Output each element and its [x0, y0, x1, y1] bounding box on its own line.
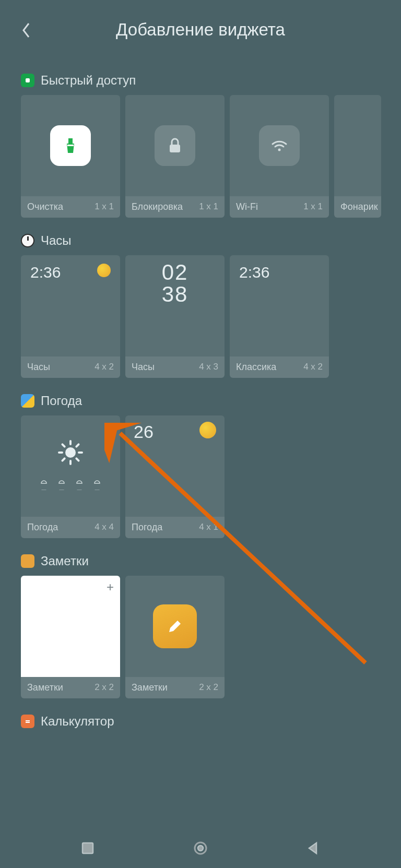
card-preview: 2:36 [230, 255, 329, 356]
card-footer: Часы 4 x 3 [125, 356, 225, 378]
sun-icon [199, 422, 216, 438]
svg-point-3 [278, 149, 281, 151]
clean-icon [50, 125, 91, 166]
card-label: Погода [132, 522, 162, 533]
card-size: 4 x 2 [303, 362, 323, 373]
temperature: 26 [134, 422, 154, 442]
nav-recents-button[interactable] [76, 837, 99, 860]
notes-icon [21, 554, 34, 568]
section-header: Быстрый доступ [21, 73, 380, 88]
widget-card-clock-4x3[interactable]: 02 38 Часы 4 x 3 [125, 255, 225, 378]
svg-rect-5 [26, 722, 30, 723]
card-label: Wi-Fi [236, 201, 258, 212]
card-size: 1 x 1 [303, 201, 323, 212]
card-preview [125, 576, 225, 677]
card-label: Погода [27, 522, 58, 533]
card-footer: Очистка 1 x 1 [21, 196, 120, 218]
widget-card-clock-classic[interactable]: 2:36 Классика 4 x 2 [230, 255, 329, 378]
card-preview [125, 95, 225, 196]
card-label: Часы [132, 362, 155, 373]
svg-rect-6 [82, 843, 93, 853]
cards-row: Очистка 1 x 1 Блокировка 1 x 1 Wi- [21, 95, 380, 218]
widget-card-weather-4x1[interactable]: 26 Погода 4 x 1 [125, 415, 225, 538]
card-label: Заметки [27, 682, 63, 693]
widget-card-notes-blank[interactable]: + Заметки 2 x 2 [21, 576, 120, 698]
nav-back-button[interactable] [302, 837, 325, 860]
weather-icon [21, 394, 34, 408]
quick-access-icon [21, 74, 34, 87]
card-label: Часы [27, 362, 50, 373]
section-clock: Часы 2:36 Часы 4 x 2 02 38 [0, 233, 401, 378]
section-header: Калькулятор [21, 714, 380, 729]
section-title: Погода [41, 394, 82, 408]
cards-row: — — — — Погода 4 x 4 26 Погод [21, 415, 380, 538]
section-title: Быстрый доступ [41, 73, 136, 88]
card-size: 4 x 3 [199, 362, 218, 373]
header: Добавление виджета [0, 0, 401, 57]
card-size: 1 x 1 [199, 201, 218, 212]
clock-time-bottom: 38 [162, 283, 188, 305]
section-title: Калькулятор [41, 714, 114, 729]
widget-card-wifi[interactable]: Wi-Fi 1 x 1 [230, 95, 329, 218]
card-preview [21, 95, 120, 196]
card-footer: Фонарик [334, 196, 381, 218]
circle-icon [193, 841, 208, 855]
nav-home-button[interactable] [189, 837, 212, 860]
widget-card-flashlight[interactable]: Фонарик [334, 95, 381, 218]
cards-row: + Заметки 2 x 2 Заметки 2 x 2 [21, 576, 380, 698]
card-label: Блокировка [132, 201, 183, 212]
section-title: Заметки [41, 554, 89, 568]
widget-card-weather-4x4[interactable]: — — — — Погода 4 x 4 [21, 415, 120, 538]
page-title: Добавление виджета [13, 20, 388, 40]
svg-rect-1 [67, 145, 74, 146]
card-preview: + [21, 576, 120, 677]
card-preview: 02 38 [125, 255, 225, 356]
back-button[interactable] [16, 20, 37, 41]
widget-card-clean[interactable]: Очистка 1 x 1 [21, 95, 120, 218]
section-notes: Заметки + Заметки 2 x 2 Заметки 2 x 2 [0, 554, 401, 698]
chevron-left-icon [21, 22, 31, 38]
sun-icon [58, 440, 83, 465]
square-icon [80, 841, 95, 855]
lock-icon [155, 125, 195, 166]
section-header: Заметки [21, 554, 380, 568]
svg-rect-2 [170, 145, 180, 152]
section-quick-access: Быстрый доступ Очистка 1 x 1 Блокировка [0, 73, 401, 218]
clock-time-top: 02 [162, 261, 188, 283]
card-preview: 26 [125, 415, 225, 517]
calculator-icon [21, 715, 34, 728]
card-footer: Погода 4 x 1 [125, 517, 225, 538]
widget-card-clock-4x2[interactable]: 2:36 Часы 4 x 2 [21, 255, 120, 378]
card-footer: Заметки 2 x 2 [125, 677, 225, 698]
card-footer: Заметки 2 x 2 [21, 677, 120, 698]
svg-point-8 [198, 846, 203, 851]
navigation-bar [0, 837, 401, 860]
card-size: 4 x 1 [199, 522, 218, 533]
card-footer: Классика 4 x 2 [230, 356, 329, 378]
clock-time: 2:36 [30, 264, 61, 281]
svg-rect-4 [26, 720, 30, 721]
card-footer: Часы 4 x 2 [21, 356, 120, 378]
widget-card-notes-icon[interactable]: Заметки 2 x 2 [125, 576, 225, 698]
section-title: Часы [41, 233, 72, 248]
card-label: Классика [236, 362, 276, 373]
mini-forecast: — — — — [40, 478, 101, 492]
notes-app-icon [153, 604, 197, 648]
wifi-icon [259, 125, 300, 166]
card-preview: — — — — [21, 415, 120, 517]
cards-row: 2:36 Часы 4 x 2 02 38 Часы 4 x 3 [21, 255, 380, 378]
section-calculator: Калькулятор [0, 714, 401, 729]
card-size: 4 x 4 [95, 522, 114, 533]
card-size: 2 x 2 [95, 682, 114, 693]
card-preview [334, 95, 381, 196]
widget-card-lock[interactable]: Блокировка 1 x 1 [125, 95, 225, 218]
plus-icon: + [107, 580, 114, 594]
card-footer: Wi-Fi 1 x 1 [230, 196, 329, 218]
card-label: Заметки [132, 682, 168, 693]
card-footer: Блокировка 1 x 1 [125, 196, 225, 218]
section-header: Часы [21, 233, 380, 248]
section-weather: Погода — [0, 394, 401, 538]
card-size: 4 x 2 [95, 362, 114, 373]
card-preview: 2:36 [21, 255, 120, 356]
clock-icon [21, 234, 34, 247]
